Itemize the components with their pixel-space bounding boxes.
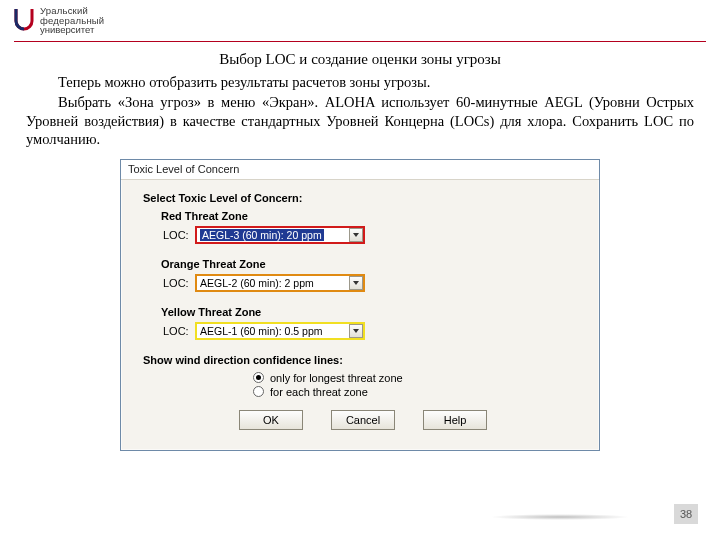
paragraph-2: Выбрать «Зона угроз» в меню «Экран». ALO… (26, 93, 694, 149)
dialog-button-row: OK Cancel Help (143, 400, 583, 442)
red-zone-label: Red Threat Zone (161, 210, 583, 222)
orange-zone-row: LOC: AEGL-2 (60 min): 2 ppm (163, 274, 583, 292)
document-content: Выбор LOC и создание оценки зоны угрозы … (0, 50, 720, 149)
red-loc-value: AEGL-3 (60 min): 20 ppm (200, 229, 324, 241)
urfu-logo-text: Уральский федеральный университет (40, 6, 104, 35)
radio-longest-zone[interactable]: only for longest threat zone (253, 372, 583, 384)
yellow-zone-label: Yellow Threat Zone (161, 306, 583, 318)
yellow-zone-row: LOC: AEGL-1 (60 min): 0.5 ppm (163, 322, 583, 340)
urfu-logo-icon (14, 7, 34, 33)
orange-loc-combo[interactable]: AEGL-2 (60 min): 2 ppm (195, 274, 365, 292)
chevron-down-icon[interactable] (349, 276, 363, 290)
yellow-loc-value: AEGL-1 (60 min): 0.5 ppm (200, 325, 323, 337)
chevron-down-icon[interactable] (349, 324, 363, 338)
yellow-loc-combo[interactable]: AEGL-1 (60 min): 0.5 ppm (195, 322, 365, 340)
dialog-titlebar: Toxic Level of Concern (121, 160, 599, 180)
red-loc-label: LOC: (163, 229, 195, 241)
orange-loc-value: AEGL-2 (60 min): 2 ppm (200, 277, 314, 289)
wind-confidence-label: Show wind direction confidence lines: (143, 354, 583, 366)
radio-label: for each threat zone (270, 386, 368, 398)
dialog-title: Toxic Level of Concern (128, 163, 239, 175)
radio-icon[interactable] (253, 372, 264, 383)
select-loc-label: Select Toxic Level of Concern: (143, 192, 583, 204)
radio-icon[interactable] (253, 386, 264, 397)
help-button[interactable]: Help (423, 410, 487, 430)
paragraph-1: Теперь можно отобразить результаты расче… (26, 73, 694, 92)
page-header: Уральский федеральный университет (0, 0, 720, 35)
header-divider (14, 41, 706, 42)
chevron-down-icon[interactable] (349, 228, 363, 242)
toxic-loc-dialog: Toxic Level of Concern Select Toxic Leve… (120, 159, 600, 451)
ok-button[interactable]: OK (239, 410, 303, 430)
cancel-button[interactable]: Cancel (331, 410, 395, 430)
orange-loc-label: LOC: (163, 277, 195, 289)
radio-label: only for longest threat zone (270, 372, 403, 384)
page-title: Выбор LOC и создание оценки зоны угрозы (26, 50, 694, 69)
red-zone-row: LOC: AEGL-3 (60 min): 20 ppm (163, 226, 583, 244)
dialog-shadow (490, 514, 630, 520)
orange-zone-label: Orange Threat Zone (161, 258, 583, 270)
dialog-container: Toxic Level of Concern Select Toxic Leve… (0, 159, 720, 451)
brand-line: университет (40, 25, 104, 35)
page-number-badge: 38 (674, 504, 698, 524)
yellow-loc-label: LOC: (163, 325, 195, 337)
red-loc-combo[interactable]: AEGL-3 (60 min): 20 ppm (195, 226, 365, 244)
radio-each-zone[interactable]: for each threat zone (253, 386, 583, 398)
